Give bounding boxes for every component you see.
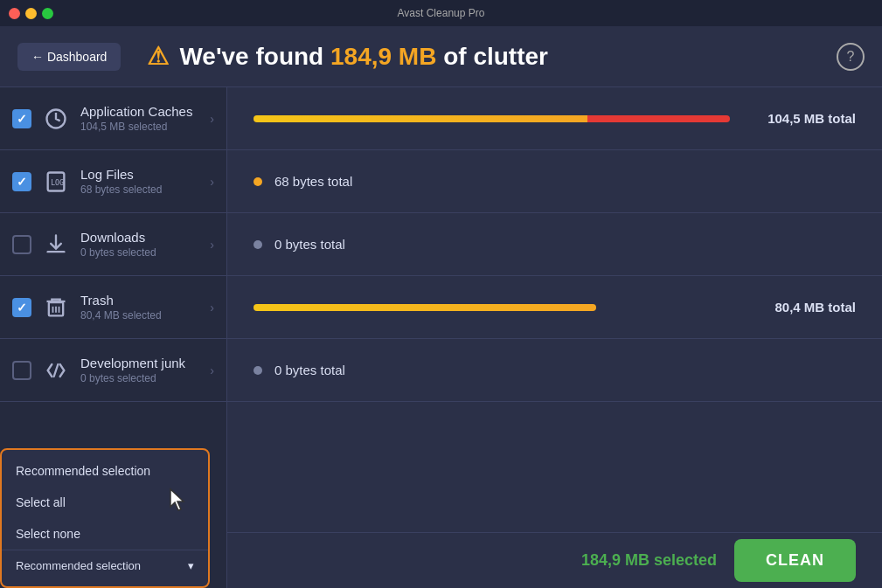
sidebar-item-downloads[interactable]: Downloads 0 bytes selected › <box>0 213 226 276</box>
content-row-downloads: 0 bytes total <box>227 213 882 276</box>
checkbox-downloads[interactable] <box>12 235 31 254</box>
label-development-junk: 0 bytes total <box>274 363 345 377</box>
minimize-button[interactable] <box>25 8 37 19</box>
label-trash: 80,4 MB total <box>742 300 856 315</box>
content-row-trash: 80,4 MB total <box>227 276 882 339</box>
chevron-right-icon: › <box>210 238 214 252</box>
warning-icon: ⚠ <box>147 42 169 71</box>
content-footer: 184,9 MB selected CLEAN <box>227 532 882 588</box>
log-icon: LOG <box>40 166 72 197</box>
item-sub-log-files: 68 bytes selected <box>80 183 210 196</box>
item-sub-trash: 80,4 MB selected <box>80 309 210 322</box>
progress-bar-trash <box>253 304 596 311</box>
item-name-trash: Trash <box>80 293 210 308</box>
main-content: Application Caches 104,5 MB selected › L… <box>0 87 882 588</box>
item-name-development-junk: Development junk <box>80 356 210 370</box>
back-button[interactable]: ← Dashboard <box>17 43 121 71</box>
dropdown-item-select-none[interactable]: Select none <box>2 518 208 550</box>
sidebar: Application Caches 104,5 MB selected › L… <box>0 87 227 588</box>
dot-log-files <box>253 177 262 186</box>
checkbox-log-files[interactable] <box>12 172 31 191</box>
window-controls[interactable] <box>9 8 53 19</box>
code-icon <box>40 355 72 386</box>
header-title: ⚠ We've found 184,9 MB of clutter <box>147 42 548 71</box>
content-row-log-files: 68 bytes total <box>227 150 882 213</box>
label-downloads: 0 bytes total <box>274 237 345 252</box>
sidebar-item-development-junk[interactable]: Development junk 0 bytes selected › <box>0 339 226 402</box>
progress-bar-yellow <box>253 115 587 122</box>
content-area: 104,5 MB total 68 bytes total 0 bytes to… <box>227 87 882 588</box>
title-bar: Avast Cleanup Pro <box>0 0 882 26</box>
content-row-development-junk: 0 bytes total <box>227 339 882 402</box>
download-icon <box>40 229 72 260</box>
header-title-text: We've found 184,9 MB of clutter <box>179 43 548 71</box>
content-rows: 104,5 MB total 68 bytes total 0 bytes to… <box>227 87 882 532</box>
dropdown-item-select-all[interactable]: Select all <box>2 487 208 518</box>
item-name-downloads: Downloads <box>80 230 210 245</box>
dot-downloads <box>253 240 262 249</box>
close-button[interactable] <box>9 8 20 19</box>
clock-icon <box>40 103 72 135</box>
label-application-caches: 104,5 MB total <box>742 111 856 126</box>
checkbox-development-junk[interactable] <box>12 361 31 380</box>
chevron-right-icon: › <box>210 175 214 189</box>
maximize-button[interactable] <box>42 8 53 19</box>
item-name-application-caches: Application Caches <box>80 104 210 119</box>
content-row-application-caches: 104,5 MB total <box>227 87 882 150</box>
sidebar-item-trash[interactable]: Trash 80,4 MB selected › <box>0 276 226 339</box>
dropdown-footer[interactable]: Recommended selection ▾ <box>2 550 208 581</box>
progress-bar-red <box>587 115 731 122</box>
trash-icon <box>40 292 72 323</box>
chevron-right-icon: › <box>210 112 214 126</box>
sidebar-item-log-files[interactable]: LOG Log Files 68 bytes selected › <box>0 150 226 213</box>
label-log-files: 68 bytes total <box>274 174 352 189</box>
checkbox-application-caches[interactable] <box>12 109 31 128</box>
dot-development-junk <box>253 366 262 375</box>
item-name-log-files: Log Files <box>80 167 210 182</box>
item-sub-development-junk: 0 bytes selected <box>80 372 210 384</box>
svg-text:LOG: LOG <box>51 177 64 186</box>
item-sub-application-caches: 104,5 MB selected <box>80 121 210 133</box>
chevron-down-icon: ▾ <box>188 559 194 572</box>
help-button[interactable]: ? <box>837 43 865 71</box>
svg-line-7 <box>54 364 59 377</box>
sidebar-item-application-caches[interactable]: Application Caches 104,5 MB selected › <box>0 87 226 150</box>
clean-button[interactable]: CLEAN <box>734 539 856 582</box>
app-title: Avast Cleanup Pro <box>398 7 485 19</box>
chevron-right-icon: › <box>210 301 214 315</box>
header: ← Dashboard ⚠ We've found 184,9 MB of cl… <box>0 26 882 87</box>
chevron-right-icon: › <box>210 363 214 377</box>
checkbox-trash[interactable] <box>12 298 31 317</box>
item-sub-downloads: 0 bytes selected <box>80 246 210 259</box>
selected-label: 184,9 MB selected <box>581 551 717 570</box>
dropdown-item-recommended[interactable]: Recommended selection <box>2 455 208 487</box>
dropdown-panel: Recommended selection Select all Select … <box>0 448 210 588</box>
